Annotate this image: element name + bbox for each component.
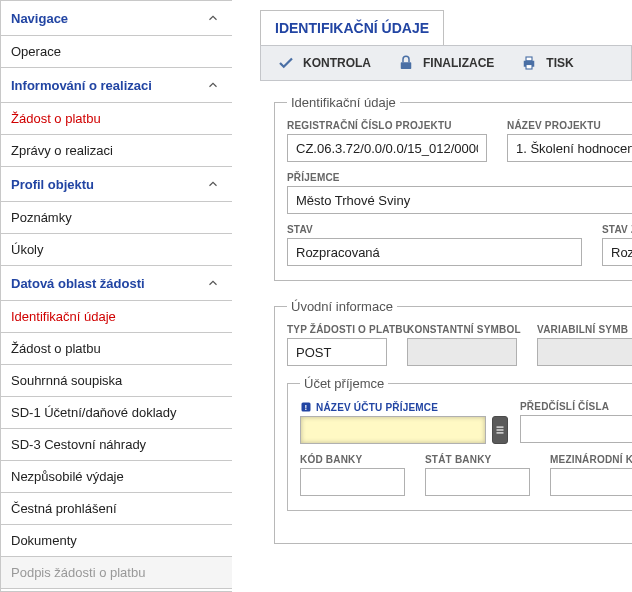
input-kod-banky[interactable] [300,468,405,496]
input-mez-kod[interactable] [550,468,632,496]
nav-section-navigace[interactable]: Navigace [1,1,232,36]
label-stat-banky: STÁT BANKY [425,454,530,465]
nav-item-zadost[interactable]: Žádost o platbu [1,103,232,135]
label-nazev-uctu: ! NÁZEV ÚČTU PŘÍJEMCE [300,401,500,413]
input-predcisli[interactable] [520,415,632,443]
legend-uvodni: Úvodní informace [287,299,397,314]
input-prijemce[interactable] [287,186,632,214]
input-nazev-projektu[interactable] [507,134,632,162]
nav-item-podpis: Podpis žádosti o platbu [1,557,232,589]
chevron-up-icon [204,9,222,27]
nav-item-nezpusobile[interactable]: Nezpůsobilé výdaje [1,461,232,493]
label-prijemce: PŘÍJEMCE [287,172,632,183]
label-stav-z: STAV Z [602,224,632,235]
nav-item-ident[interactable]: Identifikační údaje [1,301,232,333]
nav-item-souhrnna[interactable]: Souhrnná soupiska [1,365,232,397]
label-nazev-projektu: NÁZEV PROJEKTU [507,120,632,131]
label-predcisli: PŘEDČÍSLÍ ČÍSLA [520,401,632,412]
label-var-symbol: VARIABILNÍ SYMB [537,324,632,335]
input-konst-symbol[interactable] [407,338,517,366]
lookup-button[interactable] [492,416,508,444]
label-mez-kod: MEZINÁRODNÍ KÓ [550,454,632,465]
input-stat-banky[interactable] [425,468,530,496]
nav-item-sd3[interactable]: SD-3 Cestovní náhrady [1,429,232,461]
input-nazev-uctu[interactable] [300,416,486,444]
fieldset-uvodni: Úvodní informace TYP ŽÁDOSTI O PLATBU KO… [274,299,632,544]
svg-text:!: ! [305,403,308,412]
chevron-up-icon [204,175,222,193]
label-reg-cislo: REGISTRAČNÍ ČÍSLO PROJEKTU [287,120,487,131]
nav-section-profil[interactable]: Profil objektu [1,167,232,202]
fieldset-identifikacni: Identifikační údaje REGISTRAČNÍ ČÍSLO PR… [274,95,632,281]
input-var-symbol[interactable] [537,338,632,366]
fieldset-ucet: Účet příjemce ! NÁZEV ÚČTU PŘÍJEMCE [287,376,632,511]
list-icon [493,423,507,437]
label-typ-zadosti: TYP ŽÁDOSTI O PLATBU [287,324,387,335]
nav-label: Datová oblast žádosti [11,276,145,291]
nav-section-datova[interactable]: Datová oblast žádosti [1,266,232,301]
tab-identifikacni[interactable]: IDENTIFIKAČNÍ ÚDAJE [260,10,444,45]
tabbar: IDENTIFIKAČNÍ ÚDAJE [260,0,632,45]
toolbar-finalizace[interactable]: FINALIZACE [397,54,494,72]
input-reg-cislo[interactable] [287,134,487,162]
svg-rect-2 [526,57,532,61]
legend-ident: Identifikační údaje [287,95,400,110]
nav-item-cestna[interactable]: Čestná prohlášení [1,493,232,525]
nav-item-operace[interactable]: Operace [1,36,232,68]
nav-label: Profil objektu [11,177,94,192]
legend-ucet: Účet příjemce [300,376,388,391]
label-kod-banky: KÓD BANKY [300,454,405,465]
nav-label: Informování o realizaci [11,78,152,93]
required-icon: ! [300,401,312,413]
nav-item-dokumenty[interactable]: Dokumenty [1,525,232,557]
input-stav[interactable] [287,238,582,266]
chevron-up-icon [204,274,222,292]
nav-section-info[interactable]: Informování o realizaci [1,68,232,103]
nav-item-zadost2[interactable]: Žádost o platbu [1,333,232,365]
nav-item-ukoly[interactable]: Úkoly [1,234,232,266]
input-stav-z[interactable] [602,238,632,266]
nav-item-poznamky[interactable]: Poznámky [1,202,232,234]
toolbar-kontrola[interactable]: KONTROLA [277,54,371,72]
label-stav: STAV [287,224,582,235]
svg-rect-3 [526,65,532,70]
svg-rect-0 [401,62,412,69]
label-konst-symbol: KONSTANTNÍ SYMBOL [407,324,517,335]
nav-item-sd1[interactable]: SD-1 Účetní/daňové doklady [1,397,232,429]
toolbar: KONTROLA FINALIZACE TISK [260,45,632,81]
toolbar-tisk[interactable]: TISK [520,54,573,72]
print-icon [520,54,538,72]
lock-icon [397,54,415,72]
nav-label: Navigace [11,11,68,26]
input-typ-zadosti[interactable] [287,338,387,366]
chevron-up-icon [204,76,222,94]
check-icon [277,54,295,72]
nav-item-zpravy[interactable]: Zprávy o realizaci [1,135,232,167]
